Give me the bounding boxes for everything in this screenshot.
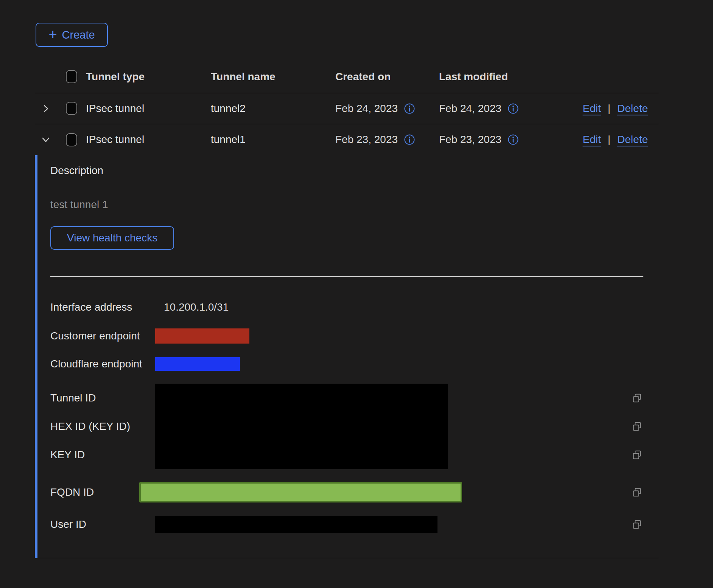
select-all-checkbox[interactable] <box>66 70 77 83</box>
fqdn-id-redacted-value <box>139 482 462 502</box>
tunnel-name-cell: tunnel2 <box>211 103 335 115</box>
table-header-row: Tunnel type Tunnel name Created on Last … <box>35 61 659 93</box>
tunnels-table: Tunnel type Tunnel name Created on Last … <box>35 61 659 558</box>
field-id-group: Tunnel ID HEX ID (KEY ID) KEY ID <box>50 384 643 469</box>
cloudflare-endpoint-redacted-value <box>155 357 240 371</box>
field-label: User ID <box>50 518 155 530</box>
create-button-label: Create <box>62 29 95 41</box>
collapse-row-button[interactable] <box>35 134 57 145</box>
description-label: Description <box>50 164 643 177</box>
copy-icon[interactable] <box>631 421 643 432</box>
expand-row-button[interactable] <box>35 103 57 114</box>
view-health-checks-button[interactable]: View health checks <box>50 226 174 250</box>
row-checkbox[interactable] <box>66 133 77 146</box>
action-separator: | <box>608 134 610 146</box>
table-row: IPsec tunnel tunnel2 Feb 24, 2023 <box>35 93 659 124</box>
create-button[interactable]: + Create <box>36 23 108 47</box>
row-checkbox[interactable] <box>66 102 77 115</box>
field-label-hex-id: HEX ID (KEY ID) <box>50 412 155 440</box>
field-user-id: User ID <box>50 516 643 533</box>
copy-icon[interactable] <box>631 449 643 460</box>
customer-endpoint-redacted-value <box>155 328 249 344</box>
copy-icon[interactable] <box>631 487 643 498</box>
tunnel-fields: Interface address 10.200.1.0/31 Customer… <box>50 299 643 533</box>
ids-redacted-value <box>155 384 448 469</box>
edit-link[interactable]: Edit <box>583 103 601 115</box>
header-tunnel-name: Tunnel name <box>211 71 335 83</box>
chevron-down-icon <box>40 134 51 145</box>
delete-link[interactable]: Delete <box>617 134 648 146</box>
header-tunnel-type: Tunnel type <box>86 71 211 83</box>
field-fqdn-id: FQDN ID <box>50 482 643 502</box>
tunnel-details-panel: Description test tunnel 1 View health ch… <box>35 155 659 558</box>
field-interface-address: Interface address 10.200.1.0/31 <box>50 299 643 316</box>
copy-icon[interactable] <box>631 519 643 530</box>
field-customer-endpoint: Customer endpoint <box>50 328 643 344</box>
field-label-tunnel-id: Tunnel ID <box>50 384 155 412</box>
info-icon[interactable] <box>404 103 415 114</box>
description-value: test tunnel 1 <box>50 198 643 211</box>
tunnels-page: + Create Tunnel type Tunnel name Created… <box>0 0 713 588</box>
last-modified-cell: Feb 23, 2023 <box>439 134 501 146</box>
delete-link[interactable]: Delete <box>617 103 648 115</box>
tunnel-type-cell: IPsec tunnel <box>86 134 211 146</box>
info-icon[interactable] <box>508 134 519 145</box>
user-id-redacted-value <box>155 516 437 533</box>
tunnel-type-cell: IPsec tunnel <box>86 103 211 115</box>
edit-link[interactable]: Edit <box>583 134 601 146</box>
field-label-key-id: KEY ID <box>50 441 155 469</box>
chevron-right-icon <box>40 103 51 114</box>
last-modified-cell: Feb 24, 2023 <box>439 103 501 115</box>
interface-address-value: 10.200.1.0/31 <box>155 301 229 313</box>
copy-icon[interactable] <box>631 392 643 404</box>
header-last-modified: Last modified <box>439 71 549 83</box>
field-label: Interface address <box>50 301 155 313</box>
tunnel-name-cell: tunnel1 <box>211 134 335 146</box>
created-on-cell: Feb 23, 2023 <box>335 134 398 146</box>
plus-icon: + <box>48 27 57 41</box>
section-divider <box>50 276 643 277</box>
field-cloudflare-endpoint: Cloudflare endpoint <box>50 356 643 372</box>
header-created-on: Created on <box>335 71 439 83</box>
field-label: Customer endpoint <box>50 330 155 342</box>
action-separator: | <box>608 103 610 115</box>
created-on-cell: Feb 24, 2023 <box>335 103 398 115</box>
table-row: IPsec tunnel tunnel1 Feb 23, 2023 <box>35 124 659 155</box>
info-icon[interactable] <box>404 134 415 145</box>
info-icon[interactable] <box>508 103 519 114</box>
field-label: Cloudflare endpoint <box>50 358 155 370</box>
